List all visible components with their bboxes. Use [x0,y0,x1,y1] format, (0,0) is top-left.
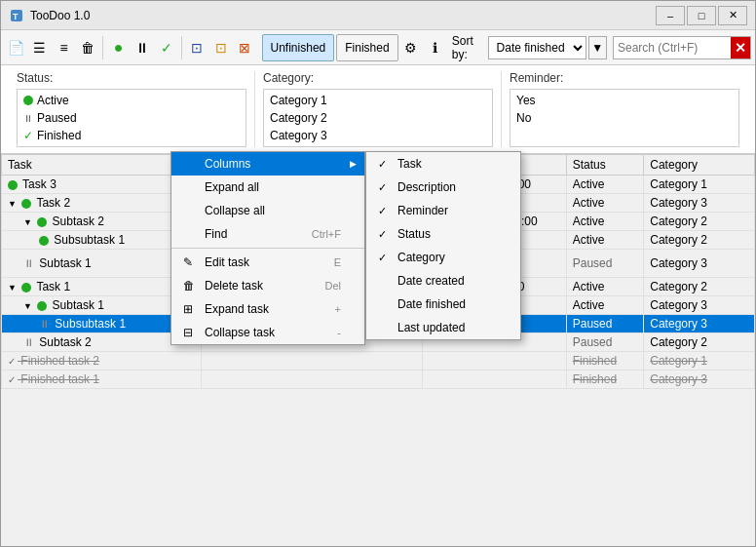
finish-toggle[interactable]: ✓ [155,34,177,61]
unfinished-filter-button[interactable]: Unfinished [262,34,335,61]
minimize-button[interactable]: – [656,6,685,25]
category-filter-list: Category 1 Category 2 Category 3 [263,89,493,147]
reminder-yes-item[interactable]: Yes [512,92,737,109]
ctx-collapse-all[interactable]: Collapse all [171,199,364,222]
reminder-no-item[interactable]: No [512,109,737,127]
settings-button[interactable]: ⚙ [400,34,423,61]
context-menu: Columns Expand all Collapse all Find Ctr… [170,151,365,345]
ctx-collapse-all-label: Collapse all [205,204,265,217]
ctx-delete-task[interactable]: 🗑 Delete task Del [171,274,364,297]
delete-button[interactable]: 🗑 [77,34,99,61]
expand-button[interactable]: ▼ [8,283,17,293]
task-status-icon [21,199,31,209]
task-status-icon: ⏸ [23,257,34,269]
category-cell: Category 3 [644,296,755,315]
col-category-label: Category [397,251,445,264]
ctx-columns[interactable]: Columns [171,152,364,176]
delete-ctx-icon: 🗑 [183,279,199,293]
description-cell [201,371,422,389]
col-task-item[interactable]: ✓ Task [366,152,520,176]
task-name: Task 2 [33,196,70,210]
col-last-updated-item[interactable]: ✓ Last updated [366,316,520,339]
search-input[interactable] [614,41,731,55]
category-filter-label: Category: [263,71,493,85]
reminder-filter-list: Yes No [510,89,739,147]
filter-button[interactable]: ⊡ [186,34,208,61]
col-category-check: ✓ [378,252,392,264]
pause-toggle[interactable]: ⏸ [132,34,154,61]
status-cell: Active [566,176,644,194]
expand-button[interactable]: ▼ [23,217,32,227]
active-dot [23,96,33,105]
col-date-created-item[interactable]: ✓ Date created [366,269,520,293]
search-clear-button[interactable]: ✕ [731,37,750,59]
filter-active-button[interactable]: ⊡ [209,34,232,61]
ctx-expand-all[interactable]: Expand all [171,176,364,199]
finished-check-icon: ✓ [23,129,33,142]
task-name: Subtask 2 [49,215,104,228]
active-toggle[interactable]: ● [107,34,130,61]
status-filter-label: Status: [17,71,246,85]
category-cell: Category 2 [644,278,755,296]
status-paused-item[interactable]: ⏸ Paused [19,109,244,127]
col-status[interactable]: Status [566,155,644,176]
task-name: Finished task 1 [18,372,99,386]
finished-filter-button[interactable]: Finished [336,34,397,61]
ctx-edit-task[interactable]: ✎ Edit task E [171,251,364,274]
col-category-item[interactable]: ✓ Category [366,246,520,269]
col-reminder-item[interactable]: ✓ Reminder [366,199,520,222]
task-status-icon [8,180,18,190]
status-filter-list: Active ⏸ Paused ✓ Finished [17,89,246,147]
col-desc-check: ✓ [378,181,392,194]
expand-task-icon: ⊞ [183,302,199,316]
ctx-collapse-shortcut: - [337,327,341,338]
sort-select[interactable]: Date finished Task Description Status Ca… [488,36,586,59]
reminder-cell [422,371,566,389]
expand-button[interactable]: ▼ [8,199,17,209]
list-view-button[interactable]: ☰ [29,34,52,61]
ctx-collapse-task[interactable]: ⊟ Collapse task - [171,321,364,344]
status-finished-item[interactable]: ✓ Finished [19,127,244,144]
table-row[interactable]: ✓ Finished task 1FinishedCategory 3 [2,371,755,389]
sort-direction-button[interactable]: ▼ [588,36,607,59]
task-name: Subtask 2 [36,335,92,349]
col-description-item[interactable]: ✓ Description [366,176,520,199]
ctx-expand-task[interactable]: ⊞ Expand task + [171,297,364,321]
category-2-item[interactable]: Category 2 [266,109,490,127]
task-status-icon [37,301,47,311]
ctx-find-shortcut: Ctrl+F [312,228,341,240]
status-active-item[interactable]: Active [19,92,244,109]
task-cell: ✓ Finished task 1 [2,371,202,389]
status-cell: Paused [566,315,644,333]
task-name: Subtask 1 [36,256,92,270]
category-cell: Category 3 [644,250,755,278]
task-status-icon: ✓ [8,374,16,385]
table-row[interactable]: ✓ Finished task 2FinishedCategory 1 [2,352,755,371]
ctx-collapse-task-label: Collapse task [205,326,275,339]
ctx-separator [171,248,364,249]
maximize-button[interactable]: □ [687,6,716,25]
task-status-icon [21,283,31,293]
help-button[interactable]: ℹ [424,34,446,61]
ctx-expand-all-label: Expand all [205,180,259,194]
col-reminder-check: ✓ [378,205,392,217]
close-button[interactable]: ✕ [718,6,747,25]
category-1-item[interactable]: Category 1 [266,92,490,109]
col-status-label: Status [397,227,431,241]
task-name: Task 3 [19,177,57,191]
col-date-finished-item[interactable]: ✓ Date finished [366,293,520,316]
task-status-icon: ⏸ [23,336,34,348]
ctx-find[interactable]: Find Ctrl+F [171,222,364,246]
expand-button[interactable]: ▼ [23,301,32,311]
category-cell: Category 1 [644,176,755,194]
category-3-item[interactable]: Category 3 [266,127,490,144]
toolbar-separator-1 [102,36,103,59]
col-category[interactable]: Category [644,155,755,176]
col-date-finished-label: Date finished [397,297,466,311]
filter-clear-button[interactable]: ⊠ [234,34,256,61]
category-cell: Category 2 [644,213,755,231]
col-status-item[interactable]: ✓ Status [366,222,520,246]
category-filter-section: Category: Category 1 Category 2 Category… [255,71,502,147]
new-task-button[interactable]: 📄 [5,34,27,61]
tree-view-button[interactable]: ≡ [53,34,75,61]
